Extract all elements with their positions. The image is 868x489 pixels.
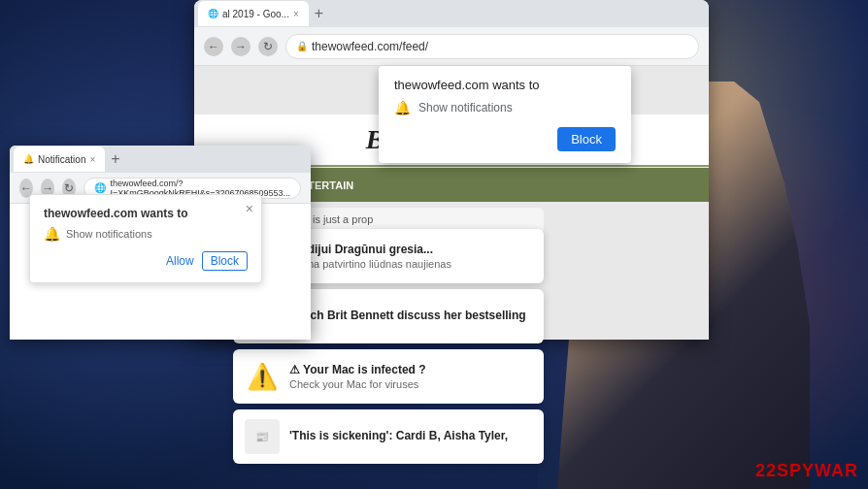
card-3-icon: ⚠️ — [245, 359, 280, 394]
popup-site-name: thewowfeed.com wants to — [44, 207, 248, 220]
small-tab-close[interactable]: × — [89, 154, 95, 165]
popup-block-button[interactable]: Block — [202, 251, 248, 271]
notif-card-3[interactable]: ⚠️ ⚠ Your Mac is infected ? Check your M… — [233, 349, 544, 404]
card-3-text: ⚠ Your Mac is infected ? Check your Mac … — [289, 363, 426, 390]
small-lock-icon: 🌐 — [94, 182, 106, 193]
watermark-number: 2 — [755, 461, 766, 480]
main-browser-tab[interactable]: 🌐 al 2019 - Goo... × — [198, 1, 309, 26]
card-4-text: 'This is sickening': Cardi B, Aisha Tyle… — [289, 429, 508, 444]
main-browser-toolbar: ← → ↻ 🔒 thewowfeed.com/feed/ — [194, 27, 709, 66]
popup-show-text: Show notifications — [66, 228, 152, 240]
card-3-title: ⚠ Your Mac is infected ? — [289, 363, 426, 378]
small-new-tab-button[interactable]: + — [107, 150, 123, 168]
url-text: thewowfeed.com/feed/ — [312, 40, 428, 53]
card-4-title: 'This is sickening': Cardi B, Aisha Tyle… — [289, 429, 508, 444]
refresh-button[interactable]: ↻ — [258, 37, 278, 56]
popup-actions: Allow Block — [44, 251, 248, 271]
notif-actions: Block — [394, 127, 616, 151]
tab-title-text: al 2019 - Goo... — [222, 9, 289, 19]
card-2-text: Watch Brit Bennett discuss her bestselli… — [289, 309, 526, 324]
card-1-subtitle: Šeima patvirtino liūdnas naujienas — [289, 258, 451, 270]
watermark: 22SPYWAR — [755, 461, 858, 481]
forward-button[interactable]: → — [231, 37, 250, 56]
small-tab-bar: 🔔 Notification × + — [10, 146, 311, 173]
bell-icon: 🔔 — [394, 100, 411, 115]
small-browser-window: 🔔 Notification × + ← → ↻ 🌐 thewowfeed.co… — [10, 146, 311, 340]
card-2-title: Watch Brit Bennett discuss her bestselli… — [289, 309, 526, 324]
small-tab-label: Notification — [38, 154, 85, 165]
card-1-title: Egidijui Dragūnui gresia... — [289, 243, 451, 258]
card-1-text: Egidijui Dragūnui gresia... Šeima patvir… — [289, 243, 451, 270]
notif-row: 🔔 Show notifications — [394, 100, 616, 115]
back-button[interactable]: ← — [204, 37, 223, 56]
notif-site-name: thewowfeed.com wants to — [394, 78, 616, 92]
show-notifications-text: Show notifications — [418, 101, 513, 114]
card-4-icon: 📰 — [245, 419, 280, 454]
popup-notif-row: 🔔 Show notifications — [44, 226, 248, 242]
card-3-subtitle: Check your Mac for viruses — [289, 378, 426, 390]
small-notification-popup: × thewowfeed.com wants to 🔔 Show notific… — [29, 194, 262, 283]
notification-dropdown: thewowfeed.com wants to 🔔 Show notificat… — [379, 66, 631, 163]
lock-icon: 🔒 — [296, 41, 308, 51]
tab-close-btn[interactable]: × — [293, 9, 299, 19]
watermark-text: 2SPYWAR — [766, 461, 858, 480]
popup-close-button[interactable]: × — [246, 201, 253, 216]
tab-favicon: 🌐 — [208, 9, 218, 18]
popup-bell-icon: 🔔 — [44, 226, 60, 242]
small-browser-tab[interactable]: 🔔 Notification × — [14, 147, 105, 172]
url-bar[interactable]: 🔒 thewowfeed.com/feed/ — [285, 34, 699, 59]
block-button[interactable]: Block — [557, 127, 616, 151]
new-tab-button[interactable]: + — [311, 5, 327, 22]
popup-allow-button[interactable]: Allow — [166, 251, 194, 271]
notif-card-4[interactable]: 📰 'This is sickening': Cardi B, Aisha Ty… — [233, 409, 544, 464]
small-tab-favicon: 🔔 — [23, 154, 34, 164]
